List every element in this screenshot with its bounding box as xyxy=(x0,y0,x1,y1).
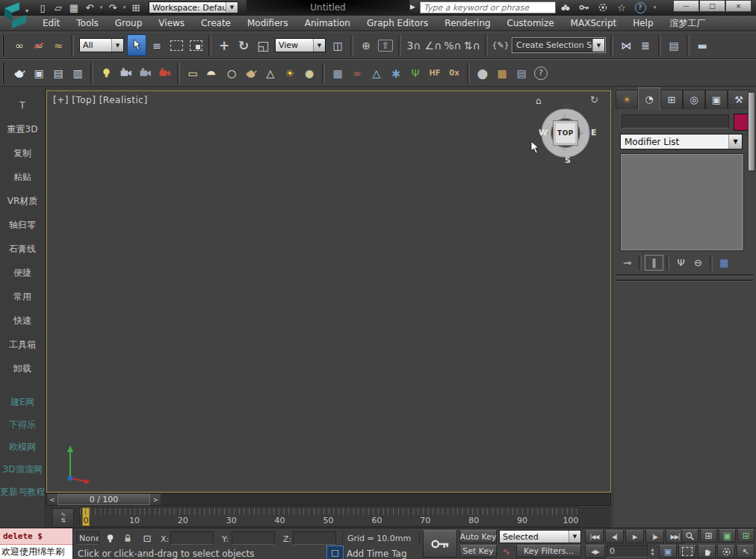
matte-sphere-icon[interactable]: ● xyxy=(474,63,492,83)
sphere-light-icon[interactable]: ○ xyxy=(223,63,241,83)
keyboard-shortcut-override-icon[interactable]: ⇧ xyxy=(377,35,394,55)
set-keys-button[interactable] xyxy=(423,530,457,558)
viewcube-arrow-left-icon[interactable]: ▸ xyxy=(547,130,550,136)
proxy-array-icon[interactable]: ▦ xyxy=(329,63,347,83)
sidebar-tool-2[interactable]: 复制 xyxy=(0,141,45,165)
selection-lock-icon[interactable] xyxy=(120,531,136,545)
auto-key-button[interactable]: Auto Key xyxy=(459,530,497,543)
menu-item-4[interactable]: Create xyxy=(193,18,239,28)
edit-named-selection-sets-icon[interactable]: {✎} xyxy=(492,35,509,55)
reference-coordinate-system-dropdown[interactable]: View▼ xyxy=(275,38,326,52)
add-time-tag[interactable]: Add Time Tag xyxy=(347,549,407,559)
time-slider-track[interactable]: < 0 / 100 > xyxy=(46,493,611,506)
listener-macro-line[interactable]: delete $ xyxy=(0,528,72,545)
align-icon[interactable]: ≣ xyxy=(636,35,654,55)
render-setup-icon[interactable]: ▤ xyxy=(49,63,67,83)
undo-icon[interactable]: ↶ xyxy=(83,1,96,14)
dome-light-icon[interactable]: ◖ xyxy=(203,63,221,83)
tab-motion[interactable]: ◎ xyxy=(683,90,705,109)
select-and-link-icon[interactable]: ∞ xyxy=(10,35,28,55)
sidebar-tool-0[interactable]: T xyxy=(0,93,45,117)
modifier-list-dropdown[interactable]: Modifier List ▼ xyxy=(620,134,743,149)
maximize-button[interactable]: □ xyxy=(699,0,725,12)
mini-curve-editor-button[interactable]: ∿ ⇅ xyxy=(52,508,74,528)
sidebar-tool-6[interactable]: 石膏线 xyxy=(0,237,45,261)
menu-item-3[interactable]: Views xyxy=(150,18,193,28)
pan-view-icon[interactable] xyxy=(698,545,716,558)
tab-display[interactable]: ▣ xyxy=(705,90,728,109)
compass-south-label[interactable]: S xyxy=(565,155,571,165)
redo-icon[interactable]: ↷ xyxy=(106,1,120,14)
listener-output-line[interactable]: 欢迎使用绵羊刷 xyxy=(0,545,72,559)
reference-coordinate-system-dropdown-arrow-icon[interactable]: ▼ xyxy=(313,39,325,52)
key-filters-button[interactable]: Key Filters... xyxy=(516,545,581,558)
region-select-icon[interactable] xyxy=(678,545,696,558)
grass-scatter-icon[interactable]: Ψ xyxy=(406,63,424,83)
menu-item-8[interactable]: Rendering xyxy=(436,18,498,28)
menu-item-7[interactable]: Graph Editors xyxy=(359,18,436,28)
open-file-icon[interactable]: ▱ xyxy=(52,1,65,14)
hair-fur-icon[interactable]: HF xyxy=(426,63,444,83)
viewcube-arrow-bottom-icon[interactable]: ▴ xyxy=(563,146,566,152)
render-production-teapot-icon[interactable] xyxy=(10,63,28,83)
select-and-scale-icon[interactable]: ◱ xyxy=(254,35,272,55)
workspace-arrow-icon[interactable]: ▼ xyxy=(226,2,238,13)
track-bar-ruler[interactable]: 0102030405060708090100 xyxy=(79,507,578,527)
plane-light-icon[interactable]: ▭ xyxy=(184,63,202,83)
zoom-all-icon[interactable]: ⊞ xyxy=(700,529,717,543)
favorites-star-icon[interactable]: ☆ xyxy=(615,1,628,14)
mesh-light-teapot-icon[interactable] xyxy=(242,63,260,83)
time-slider-handle[interactable]: 0 / 100 xyxy=(58,494,150,505)
script-panel-icon[interactable]: ▤ xyxy=(512,63,530,83)
light-lister-icon[interactable] xyxy=(97,63,115,83)
tab-modify[interactable]: ◔ xyxy=(638,87,660,110)
viewcube-arrow-top-icon[interactable]: ▾ xyxy=(563,114,566,120)
zoom-extents-all-icon[interactable]: ⊞ xyxy=(737,529,755,543)
named-selection-sets-dropdown-arrow-icon[interactable]: ▼ xyxy=(592,39,604,52)
sidebar-tool-1[interactable]: 重置3D xyxy=(0,117,45,141)
scene-explorer-toggle-icon[interactable]: □ xyxy=(326,546,344,559)
save-file-icon[interactable]: ▦ xyxy=(67,1,81,14)
help-dropdown-arrow-icon[interactable]: ▾ xyxy=(652,1,657,14)
disc-light-icon[interactable]: ● xyxy=(300,63,318,83)
rock-scatter-icon[interactable]: ∗ xyxy=(387,63,405,83)
sidebar-tool-3[interactable]: 粘贴 xyxy=(0,165,45,189)
toolbar-drag-handle[interactable] xyxy=(2,63,7,83)
sidebar-tool-10[interactable]: 工具箱 xyxy=(0,333,45,356)
new-scene-icon[interactable]: ▯ xyxy=(36,1,49,14)
y-coordinate-field[interactable] xyxy=(232,531,275,545)
modifier-list-arrow-icon[interactable]: ▼ xyxy=(728,135,742,149)
compass-north-label[interactable]: N xyxy=(564,102,571,111)
go-to-start-button[interactable]: |◀◀ xyxy=(585,530,604,543)
3ds-max-logo[interactable] xyxy=(1,0,30,30)
toggle-ribbon-icon[interactable]: ▬ xyxy=(693,35,711,55)
mirror-icon[interactable]: ⋈ xyxy=(617,35,635,55)
selection-filter-dropdown[interactable]: All▼ xyxy=(79,38,124,52)
spinner-snap-toggle-icon[interactable]: ⇅∩ xyxy=(463,35,481,55)
object-name-field[interactable] xyxy=(622,114,729,129)
tab-utilities[interactable]: ⚒ xyxy=(728,90,750,109)
select-by-name-icon[interactable]: ≡ xyxy=(148,35,166,55)
zoom-icon[interactable] xyxy=(681,529,698,543)
panel-scrollbar[interactable] xyxy=(748,92,755,171)
sun-light-icon[interactable]: ☀ xyxy=(281,63,299,83)
molecule-spheres-icon[interactable]: ∞ xyxy=(348,63,366,83)
search-icon[interactable] xyxy=(559,1,572,14)
tab-create[interactable]: ☀ xyxy=(616,90,638,109)
time-slider-next-button[interactable]: > xyxy=(150,494,161,505)
view-cube[interactable]: ⌂ ↻ N S W E ▾ ▴ ▸ ◂ TOP xyxy=(531,94,600,166)
menu-item-10[interactable]: MAXScript xyxy=(563,18,625,28)
show-end-result-button[interactable]: ‖ xyxy=(645,255,663,271)
material-library-icon[interactable]: ▦ xyxy=(493,63,511,83)
layer-manager-icon[interactable]: ▤ xyxy=(665,35,683,55)
pin-stack-button[interactable]: ⊸ xyxy=(619,256,636,270)
modifier-stack[interactable] xyxy=(620,153,744,251)
camera-night-icon[interactable] xyxy=(136,63,154,83)
bind-to-space-warp-icon[interactable]: ≈ xyxy=(49,35,67,55)
viewcube-face-top[interactable]: TOP xyxy=(553,120,578,146)
toolbar-drag-handle[interactable] xyxy=(2,35,7,55)
sidebar-tool-9[interactable]: 快速 xyxy=(0,309,45,333)
search-input[interactable] xyxy=(420,1,556,13)
select-and-rotate-icon[interactable]: ↻ xyxy=(235,35,252,55)
undo-dropdown-arrow-icon[interactable]: ▾ xyxy=(99,1,104,14)
